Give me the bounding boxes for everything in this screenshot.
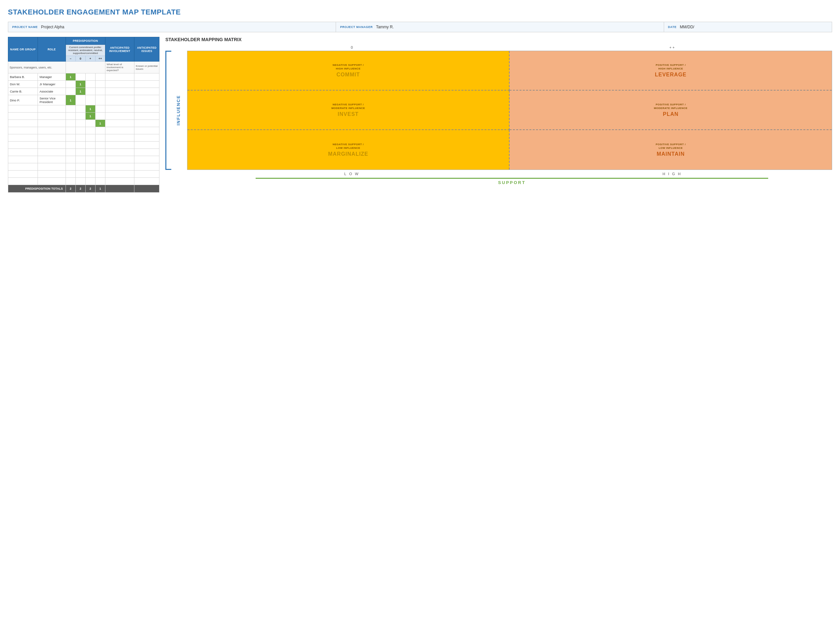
- row-involvement[interactable]: [105, 73, 135, 81]
- row-pred-zero[interactable]: [75, 170, 85, 178]
- row-involvement[interactable]: [105, 88, 135, 95]
- row-role[interactable]: Associate: [38, 88, 66, 95]
- row-role[interactable]: [38, 105, 66, 113]
- row-pred-plusplus[interactable]: [95, 156, 105, 163]
- row-pred-plus[interactable]: [85, 178, 95, 185]
- row-pred-neg[interactable]: [65, 120, 75, 127]
- row-pred-plusplus[interactable]: [95, 127, 105, 135]
- row-involvement[interactable]: [105, 156, 135, 163]
- row-issues[interactable]: [135, 156, 159, 163]
- row-involvement[interactable]: [105, 178, 135, 185]
- row-pred-plusplus[interactable]: [95, 113, 105, 120]
- row-name[interactable]: [8, 120, 38, 127]
- row-role[interactable]: [38, 163, 66, 170]
- row-pred-zero[interactable]: [75, 95, 85, 105]
- row-issues[interactable]: [135, 113, 159, 120]
- row-pred-plusplus[interactable]: [95, 88, 105, 95]
- row-pred-plusplus[interactable]: 1: [95, 120, 105, 127]
- row-issues[interactable]: [135, 81, 159, 88]
- row-issues[interactable]: [135, 149, 159, 156]
- row-pred-plus[interactable]: [85, 135, 95, 141]
- row-pred-neg[interactable]: [65, 88, 75, 95]
- row-pred-plus[interactable]: [85, 170, 95, 178]
- row-pred-plus[interactable]: [85, 156, 95, 163]
- row-issues[interactable]: [135, 127, 159, 135]
- row-pred-zero[interactable]: [75, 105, 85, 113]
- row-involvement[interactable]: [105, 113, 135, 120]
- row-pred-plusplus[interactable]: [95, 73, 105, 81]
- row-pred-plus[interactable]: [85, 141, 95, 149]
- row-name[interactable]: [8, 105, 38, 113]
- row-pred-plusplus[interactable]: [95, 178, 105, 185]
- row-name[interactable]: [8, 113, 38, 120]
- row-pred-zero[interactable]: [75, 163, 85, 170]
- row-pred-zero[interactable]: [75, 149, 85, 156]
- row-pred-zero[interactable]: [75, 141, 85, 149]
- row-pred-plusplus[interactable]: [95, 95, 105, 105]
- row-pred-plus[interactable]: 1: [85, 113, 95, 120]
- row-issues[interactable]: [135, 163, 159, 170]
- row-pred-zero[interactable]: [75, 135, 85, 141]
- row-issues[interactable]: [135, 95, 159, 105]
- row-involvement[interactable]: [105, 170, 135, 178]
- row-role[interactable]: [38, 178, 66, 185]
- row-pred-plusplus[interactable]: [95, 135, 105, 141]
- row-name[interactable]: [8, 170, 38, 178]
- row-pred-neg[interactable]: [65, 156, 75, 163]
- row-pred-plus[interactable]: [85, 149, 95, 156]
- row-involvement[interactable]: [105, 95, 135, 105]
- row-pred-neg[interactable]: [65, 149, 75, 156]
- row-involvement[interactable]: [105, 149, 135, 156]
- row-name[interactable]: [8, 163, 38, 170]
- row-issues[interactable]: [135, 120, 159, 127]
- row-role[interactable]: [38, 170, 66, 178]
- row-name[interactable]: [8, 135, 38, 141]
- row-pred-plusplus[interactable]: [95, 105, 105, 113]
- row-issues[interactable]: [135, 141, 159, 149]
- row-pred-plusplus[interactable]: [95, 81, 105, 88]
- row-name[interactable]: [8, 149, 38, 156]
- row-role[interactable]: [38, 127, 66, 135]
- row-name[interactable]: Dino P.: [8, 95, 38, 105]
- row-role[interactable]: Jr Manager: [38, 81, 66, 88]
- row-name[interactable]: [8, 141, 38, 149]
- row-name[interactable]: [8, 156, 38, 163]
- row-name[interactable]: Carrie B.: [8, 88, 38, 95]
- row-pred-neg[interactable]: [65, 135, 75, 141]
- row-role[interactable]: Manager: [38, 73, 66, 81]
- row-pred-plusplus[interactable]: [95, 141, 105, 149]
- row-pred-neg[interactable]: [65, 105, 75, 113]
- row-issues[interactable]: [135, 178, 159, 185]
- row-pred-neg[interactable]: [65, 81, 75, 88]
- row-pred-neg[interactable]: 1: [65, 95, 75, 105]
- row-pred-plus[interactable]: [85, 95, 95, 105]
- row-involvement[interactable]: [105, 127, 135, 135]
- row-pred-plus[interactable]: 1: [85, 105, 95, 113]
- row-pred-zero[interactable]: [75, 127, 85, 135]
- row-pred-zero[interactable]: [75, 120, 85, 127]
- row-involvement[interactable]: [105, 141, 135, 149]
- row-role[interactable]: Senior Vice President: [38, 95, 66, 105]
- row-pred-plusplus[interactable]: [95, 149, 105, 156]
- row-involvement[interactable]: [105, 135, 135, 141]
- row-pred-plus[interactable]: [85, 73, 95, 81]
- row-issues[interactable]: [135, 105, 159, 113]
- row-pred-plusplus[interactable]: [95, 163, 105, 170]
- row-involvement[interactable]: [105, 120, 135, 127]
- row-pred-neg[interactable]: [65, 113, 75, 120]
- row-issues[interactable]: [135, 88, 159, 95]
- row-pred-plus[interactable]: [85, 120, 95, 127]
- row-involvement[interactable]: [105, 163, 135, 170]
- row-pred-zero[interactable]: 1: [75, 88, 85, 95]
- row-pred-zero[interactable]: 1: [75, 81, 85, 88]
- row-role[interactable]: [38, 149, 66, 156]
- row-pred-zero[interactable]: [75, 156, 85, 163]
- row-involvement[interactable]: [105, 105, 135, 113]
- row-pred-neg[interactable]: [65, 127, 75, 135]
- row-pred-plusplus[interactable]: [95, 170, 105, 178]
- row-name[interactable]: Don W.: [8, 81, 38, 88]
- row-name[interactable]: Barbara B.: [8, 73, 38, 81]
- row-role[interactable]: [38, 120, 66, 127]
- row-pred-plus[interactable]: [85, 88, 95, 95]
- row-pred-neg[interactable]: [65, 163, 75, 170]
